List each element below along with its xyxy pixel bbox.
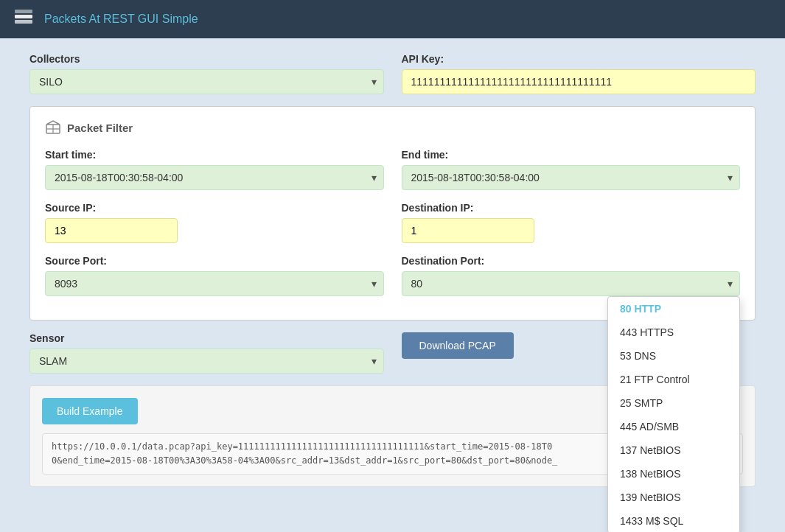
sensor-col: Sensor SLAM <box>29 332 384 374</box>
sensor-wrapper: SLAM <box>29 349 384 374</box>
source-port-col: Source Port: 8093 <box>45 255 384 296</box>
port-option-21-ftp[interactable]: 21 FTP Control <box>608 368 739 391</box>
start-time-col: Start time: 2015-08-18T00:30:58-04:00 <box>45 149 384 190</box>
start-time-label: Start time: <box>45 149 384 161</box>
port-option-1433-mssql[interactable]: 1433 M$ SQL <box>608 509 739 532</box>
url-line1: https://10.0.0.1/data.pcap?api_key=11111… <box>52 441 552 452</box>
port-option-53-dns[interactable]: 53 DNS <box>608 344 739 368</box>
port-row: Source Port: 8093 Destination Port: 80 8… <box>45 255 740 296</box>
build-example-button[interactable]: Build Example <box>42 398 138 424</box>
dest-port-label: Destination Port: <box>402 255 741 267</box>
main-content: Collectors SILO API Key: <box>0 38 785 502</box>
port-option-445-adsmb[interactable]: 445 AD/SMB <box>608 415 739 438</box>
source-port-label: Source Port: <box>45 255 384 267</box>
port-option-25-smtp[interactable]: 25 SMTP <box>608 391 739 415</box>
end-time-label: End time: <box>402 149 741 161</box>
source-ip-input[interactable] <box>45 218 178 243</box>
end-time-col: End time: 2015-08-18T00:30:58-04:00 <box>402 149 741 190</box>
source-ip-col: Source IP: <box>45 202 384 243</box>
svg-rect-0 <box>15 15 32 18</box>
api-key-input[interactable] <box>402 69 756 94</box>
url-line2: 0&end_time=2015-08-18T00%3A30%3A58-04%3A… <box>52 455 557 466</box>
dest-ip-col: Destination IP: <box>402 202 741 243</box>
end-time-select[interactable]: 2015-08-18T00:30:58-04:00 <box>402 165 741 190</box>
port-option-80-http[interactable]: 80 HTTP <box>608 297 739 321</box>
svg-rect-1 <box>15 20 32 24</box>
svg-rect-2 <box>15 10 32 13</box>
dest-port-select[interactable]: 80 <box>402 271 741 296</box>
packet-filter-title: Packet Filter <box>67 122 133 134</box>
api-key-label: API Key: <box>402 53 756 65</box>
source-port-wrapper: 8093 <box>45 271 384 296</box>
download-pcap-button[interactable]: Download PCAP <box>402 332 514 359</box>
start-time-select[interactable]: 2015-08-18T00:30:58-04:00 <box>45 165 384 190</box>
collectors-wrapper: SILO <box>29 69 384 94</box>
start-time-wrapper: 2015-08-18T00:30:58-04:00 <box>45 165 384 190</box>
sensor-label: Sensor <box>29 332 384 344</box>
port-option-443-https[interactable]: 443 HTTPS <box>608 321 739 344</box>
api-key-col: API Key: <box>402 53 756 94</box>
dest-port-col: Destination Port: 80 80 HTTP 443 HTTPS 5… <box>402 255 741 296</box>
time-row: Start time: 2015-08-18T00:30:58-04:00 En… <box>45 149 740 190</box>
navbar: Packets At REST GUI Simple <box>0 0 785 38</box>
collectors-col: Collectors SILO <box>29 53 384 94</box>
source-port-select[interactable]: 8093 <box>45 271 384 296</box>
packet-filter-header: Packet Filter <box>45 119 740 137</box>
app-title: Packets At REST GUI Simple <box>44 13 198 26</box>
source-ip-label: Source IP: <box>45 202 384 214</box>
dest-ip-input[interactable] <box>402 218 534 243</box>
port-dropdown-menu: 80 HTTP 443 HTTPS 53 DNS 21 FTP Control … <box>607 296 740 532</box>
sensor-select[interactable]: SLAM <box>29 349 384 374</box>
port-option-139-netbios[interactable]: 139 NetBIOS <box>608 486 739 509</box>
port-option-138-netbios[interactable]: 138 NetBIOS <box>608 462 739 486</box>
packet-filter-section: Packet Filter Start time: 2015-08-18T00:… <box>29 106 756 321</box>
collectors-label: Collectors <box>29 53 384 65</box>
end-time-wrapper: 2015-08-18T00:30:58-04:00 <box>402 165 741 190</box>
port-option-137-netbios[interactable]: 137 NetBIOS <box>608 438 739 462</box>
dest-ip-label: Destination IP: <box>402 202 741 214</box>
dest-port-wrapper: 80 <box>402 271 741 296</box>
ip-row: Source IP: Destination IP: <box>45 202 740 243</box>
filter-icon <box>45 119 61 137</box>
app-logo <box>12 7 35 31</box>
collectors-select[interactable]: SILO <box>29 69 384 94</box>
top-row: Collectors SILO API Key: <box>29 53 756 94</box>
